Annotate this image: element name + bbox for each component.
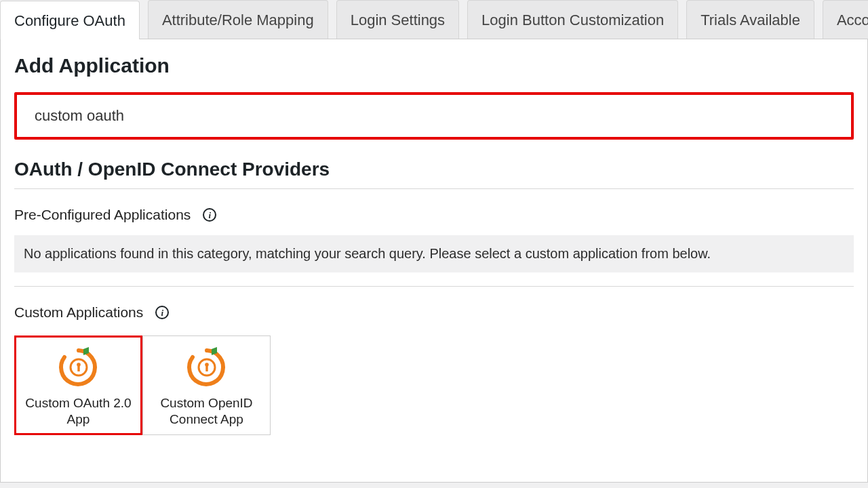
tab-configure-oauth[interactable]: Configure OAuth	[0, 1, 140, 39]
tab-login-settings[interactable]: Login Settings	[336, 0, 459, 39]
search-input[interactable]	[17, 95, 851, 137]
providers-section-title: OAuth / OpenID Connect Providers	[14, 159, 854, 180]
custom-apps-title: Custom Applications	[14, 304, 143, 321]
tab-account-setup[interactable]: Account Setu	[823, 0, 868, 39]
preconfigured-empty-message: No applications found in this category, …	[14, 235, 854, 272]
tab-panel: Add Application OAuth / OpenID Connect P…	[0, 39, 868, 483]
app-card-label: Custom OAuth 2.0 App	[22, 395, 135, 428]
tab-bar: Configure OAuth Attribute/Role Mapping L…	[0, 0, 868, 39]
tab-attribute-role-mapping[interactable]: Attribute/Role Mapping	[148, 0, 328, 39]
app-card-label: Custom OpenID Connect App	[149, 395, 264, 428]
divider	[14, 286, 854, 287]
tab-trials-available[interactable]: Trials Available	[686, 0, 814, 39]
preconfigured-title: Pre-Configured Applications	[14, 207, 191, 223]
svg-rect-2	[77, 365, 79, 371]
svg-rect-5	[205, 365, 208, 371]
info-icon[interactable]: i	[203, 208, 216, 222]
page-title: Add Application	[14, 54, 854, 77]
info-icon[interactable]: i	[155, 306, 169, 319]
tab-login-button-customization[interactable]: Login Button Customization	[467, 0, 678, 39]
app-card-custom-openid[interactable]: Custom OpenID Connect App	[142, 336, 271, 435]
oauth-app-icon	[56, 345, 101, 390]
oauth-app-icon	[184, 345, 229, 390]
app-card-custom-oauth[interactable]: Custom OAuth 2.0 App	[14, 336, 142, 435]
custom-apps-list: Custom OAuth 2.0 App Custom OpenID Conne…	[14, 336, 854, 435]
divider	[14, 188, 854, 189]
search-highlight-box	[14, 92, 854, 140]
